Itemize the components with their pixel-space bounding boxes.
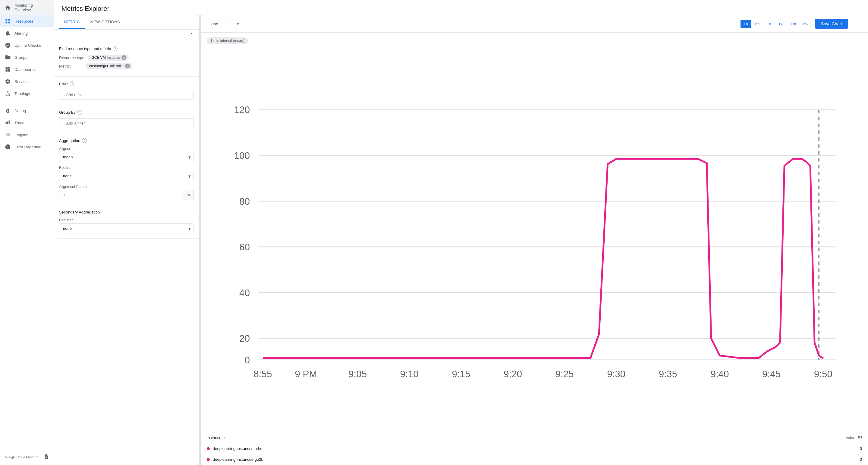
sidebar-item-label: Topology (14, 91, 30, 96)
sidebar-item-resources[interactable]: Resources (0, 15, 54, 27)
time-btn-1m[interactable]: 1m (787, 20, 799, 28)
right-panel: Line ▾ 1h 6h 1d 1w 1m 6w Save Chart ⋮ 1 … (201, 16, 868, 465)
group-by-input[interactable] (59, 118, 194, 128)
svg-text:120: 120 (234, 105, 250, 115)
time-btn-1w[interactable]: 1w (775, 20, 786, 28)
sidebar-item-label: Groups (14, 55, 27, 60)
sidebar-item-label: Logging (14, 133, 28, 137)
error-icon (5, 144, 11, 150)
bell-icon (5, 30, 11, 36)
chart-area: 1 min interval (mean) 120 100 (201, 33, 868, 432)
svg-text:60: 60 (239, 242, 250, 253)
metric-help-icon[interactable]: ? (113, 46, 118, 51)
svg-text:9:15: 9:15 (452, 369, 470, 379)
time-btn-6h[interactable]: 6h (752, 20, 763, 28)
sidebar-item-uptime-checks[interactable]: Uptime Checks (0, 39, 54, 51)
metric-label: Metric: (59, 64, 83, 68)
time-btn-6w[interactable]: 6w (800, 20, 811, 28)
reducer-label: Reducer (59, 166, 194, 170)
metric-section: Find resource type and metric ? Resource… (54, 41, 198, 77)
svg-text:100: 100 (234, 150, 250, 161)
alignment-period-input[interactable] (59, 190, 183, 200)
chart-toolbar: Line ▾ 1h 6h 1d 1w 1m 6w Save Chart ⋮ (201, 16, 868, 33)
secondary-reducer-select[interactable]: none (59, 224, 194, 233)
svg-text:9:10: 9:10 (400, 369, 418, 379)
sidebar: Monitoring Overview Resources Alerting U… (0, 0, 54, 465)
settings-icon (5, 79, 11, 84)
svg-text:9:30: 9:30 (607, 369, 625, 379)
time-range-group: 1h 6h 1d 1w 1m 6w (741, 20, 811, 28)
sidebar-item-logging[interactable]: Logging (0, 129, 54, 141)
alignment-period-label: Alignment Period (59, 184, 194, 189)
sidebar-divider (0, 102, 54, 102)
grid-icon (5, 18, 11, 24)
legend-dot-0 (207, 447, 210, 450)
sidebar-item-debug[interactable]: Debug (0, 105, 54, 117)
collapse-icon[interactable]: ⌃ (189, 32, 194, 38)
svg-text:9:45: 9:45 (762, 369, 781, 379)
aligner-label: Aligner (59, 147, 194, 151)
svg-text:9:40: 9:40 (710, 369, 729, 379)
sidebar-item-trace[interactable]: Trace (0, 117, 54, 129)
svg-line-4 (8, 92, 10, 95)
tab-view-options[interactable]: VIEW OPTIONS (85, 16, 125, 29)
chart-svg: 120 100 80 60 40 20 0 8:55 9 PM 9:05 9:1… (207, 47, 862, 432)
trace-icon (5, 120, 11, 126)
list-icon (5, 132, 11, 138)
resource-type-close[interactable]: ✕ (121, 55, 126, 60)
topology-icon (5, 90, 11, 96)
svg-text:80: 80 (239, 196, 250, 207)
svg-text:9:35: 9:35 (659, 369, 677, 379)
svg-text:8:55: 8:55 (253, 369, 272, 379)
legend-row-1[interactable]: deeplearning-instances-gp2b 0 (207, 454, 862, 465)
metric-section-title: Find resource type and metric ? (59, 46, 194, 51)
main-content: Metrics Explorer METRIC VIEW OPTIONS ⌃ F… (54, 0, 868, 465)
time-btn-1h[interactable]: 1h (741, 20, 751, 28)
sidebar-item-label: Error Reporting (14, 145, 41, 149)
legend-instance-name-1: deeplearning-instances-gp2b (213, 457, 853, 462)
aggregation-title: Aggregation ? (59, 138, 194, 143)
sidebar-item-services[interactable]: Services (0, 76, 54, 87)
sidebar-item-groups[interactable]: Groups (0, 51, 54, 63)
resource-type-chip[interactable]: GCE VM Instance ✕ (88, 55, 129, 61)
chart-type-select[interactable]: Line ▾ (207, 20, 243, 28)
sidebar-item-alerting[interactable]: Alerting (0, 27, 54, 39)
sidebar-item-label: Uptime Checks (14, 43, 41, 48)
filter-section: Filter ? (54, 77, 198, 105)
legend-instance-name-0: deeplearning-instances-nrhq (213, 446, 853, 451)
group-by-help-icon[interactable]: ? (78, 110, 82, 115)
reducer-select[interactable]: none sum min max (59, 171, 194, 181)
aligner-select[interactable]: mean sum min max (59, 152, 194, 162)
legend-instance-col-header: instance_id (207, 435, 846, 440)
resource-type-label: Resource type: (59, 56, 85, 60)
svg-text:20: 20 (239, 333, 250, 344)
sidebar-item-label: Services (14, 79, 30, 84)
page-header: Metrics Explorer (54, 0, 868, 16)
aggregation-help-icon[interactable]: ? (82, 138, 87, 143)
save-chart-button[interactable]: Save Chart (815, 19, 848, 29)
legend-row-0[interactable]: deeplearning-instances-nrhq 0 (207, 443, 862, 454)
alignment-period-unit: m (183, 190, 193, 200)
filter-help-icon[interactable]: ? (70, 81, 74, 86)
svg-text:9:25: 9:25 (555, 369, 574, 379)
home-icon (5, 4, 11, 10)
more-options-icon[interactable]: ⋮ (852, 19, 862, 28)
metric-close[interactable]: ✕ (125, 64, 130, 68)
body-area: METRIC VIEW OPTIONS ⌃ Find resource type… (54, 16, 868, 465)
sidebar-item-label: Dashboards (14, 67, 36, 72)
legend-value-1: 0 (853, 457, 862, 462)
svg-text:9 PM: 9 PM (295, 369, 317, 379)
sidebar-item-error-reporting[interactable]: Error Reporting (0, 141, 54, 153)
sidebar-item-dashboards[interactable]: Dashboards (0, 63, 54, 76)
time-btn-1d[interactable]: 1d (764, 20, 774, 28)
sidebar-item-label: Resources (14, 19, 33, 24)
panel-collapse-header: ⌃ (54, 30, 198, 41)
reducer-select-wrapper: none sum min max ▾ (59, 171, 194, 181)
legend-table: instance_id Value deeplearning-instances… (201, 432, 868, 465)
sidebar-item-monitoring-overview[interactable]: Monitoring Overview (0, 0, 54, 15)
svg-text:9:20: 9:20 (504, 369, 522, 379)
filter-input[interactable] (59, 90, 194, 100)
metric-chip[interactable]: custom/gpu_utilizati... ✕ (86, 63, 132, 69)
sidebar-item-topology[interactable]: Topology (0, 87, 54, 99)
tab-metric[interactable]: METRIC (59, 16, 85, 29)
